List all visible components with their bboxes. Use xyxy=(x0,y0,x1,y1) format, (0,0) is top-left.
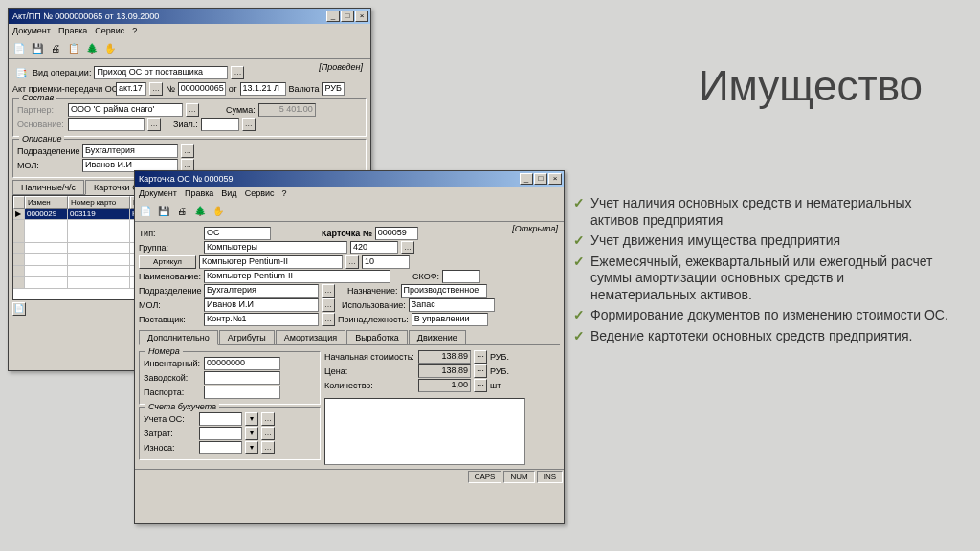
group-code-field[interactable]: 420 xyxy=(350,241,398,254)
supplier-field[interactable]: Контр.№1 xyxy=(204,313,319,326)
ownership-field[interactable]: В управлении xyxy=(412,313,488,326)
window-card: Карточка ОС № 000059 _ □ × ДокументПравк… xyxy=(134,170,565,524)
tab-cash[interactable]: Наличные/ч/с xyxy=(12,180,84,194)
group-numbers: Номера Инвентарный:00000000 Заводской: П… xyxy=(139,351,321,405)
passport-field[interactable] xyxy=(204,386,280,399)
ellipsis-icon[interactable]: … xyxy=(401,241,414,254)
list-item: Ежемесячный, ежеквартальный или ежегодны… xyxy=(573,253,951,304)
acc-wear-field[interactable] xyxy=(199,441,242,454)
hand-icon[interactable]: ✋ xyxy=(210,202,227,219)
close-icon[interactable]: × xyxy=(355,11,368,22)
notes-field[interactable] xyxy=(324,398,525,465)
menubar-act[interactable]: ДокументПравкаСервис? xyxy=(9,24,370,37)
ellipsis-icon[interactable]: … xyxy=(186,103,199,117)
basis-field[interactable] xyxy=(68,118,145,131)
hand-icon[interactable]: ✋ xyxy=(101,39,119,56)
save-icon[interactable]: 💾 xyxy=(29,39,46,56)
save-icon[interactable]: 💾 xyxy=(155,202,172,219)
group-composition: Состав Партнер: ООО 'С райма снаго' … Су… xyxy=(12,98,367,137)
act-number-field[interactable]: 000000065 xyxy=(178,82,226,96)
acc-cost-field[interactable] xyxy=(199,427,242,440)
dropdown-icon[interactable]: ▾ xyxy=(245,412,258,426)
minimize-icon[interactable]: _ xyxy=(326,11,340,22)
print-icon[interactable]: 🖨 xyxy=(47,39,64,56)
act-form-field[interactable]: акт.17 xyxy=(116,82,146,96)
purpose-field[interactable]: Производственное xyxy=(401,284,487,298)
article-field[interactable]: Компьютер Pentium-II xyxy=(199,255,343,269)
ellipsis-icon[interactable]: … xyxy=(147,118,161,131)
maximize-icon[interactable]: □ xyxy=(534,173,547,185)
ellipsis-icon[interactable]: … xyxy=(345,255,359,269)
tab-output[interactable]: Выработка xyxy=(346,330,408,344)
list-item: Формирование документов по изменению сто… xyxy=(573,307,951,324)
type-field[interactable]: ОС xyxy=(204,227,271,240)
titlebar-act[interactable]: Акт/ПП № 0000000065 от 13.09.2000 _ □ × xyxy=(9,9,370,24)
status-caps: CAPS xyxy=(468,471,502,483)
close-icon[interactable]: × xyxy=(548,173,562,185)
acc-os-field[interactable] xyxy=(199,412,242,426)
tab-additional[interactable]: Дополнительно xyxy=(139,330,218,345)
ellipsis-icon[interactable]: … xyxy=(149,82,163,96)
ellipsis-icon[interactable]: … xyxy=(322,298,335,312)
card-number-field[interactable]: 000059 xyxy=(375,227,418,240)
tab-movement[interactable]: Движение xyxy=(409,330,466,344)
status-ins: INS xyxy=(537,471,563,483)
group-field[interactable]: Компьютеры xyxy=(204,241,347,254)
operation-type-field[interactable]: Приход ОС от поставщика xyxy=(94,66,228,79)
add-row-icon[interactable]: 📄 xyxy=(12,302,26,316)
article-qty-field[interactable]: 10 xyxy=(362,255,410,269)
toolbar-act: 📄 💾 🖨 📋 🌲 ✋ xyxy=(9,37,370,59)
ellipsis-icon[interactable]: … xyxy=(261,412,275,426)
print-icon[interactable]: 🖨 xyxy=(173,202,190,219)
dept-field[interactable]: Бухгалтерия xyxy=(204,284,319,298)
currency-field[interactable]: РУБ xyxy=(322,82,345,96)
partner-field[interactable]: ООО 'С райма снаго' xyxy=(68,103,183,117)
tab-attributes[interactable]: Атрибуты xyxy=(219,330,275,344)
status-open: [Открыта] xyxy=(512,224,558,233)
ellipsis-icon[interactable]: … xyxy=(181,144,194,158)
group-accounts: Счета бухучета Учета ОС:▾… Затрат:▾… Изн… xyxy=(139,407,321,460)
tree-icon[interactable]: 🌲 xyxy=(191,202,209,219)
bullet-list: Учет наличия основных средств и нематери… xyxy=(573,191,951,348)
statusbar: CAPS NUM INS xyxy=(135,469,564,484)
titlebar-card[interactable]: Карточка ОС № 000059 _ □ × xyxy=(135,171,564,187)
inventory-field[interactable]: 00000000 xyxy=(204,357,280,370)
initial-cost-field: 138,89 xyxy=(418,350,471,364)
mol2-field[interactable]: Иванов И.И xyxy=(204,298,319,312)
zial-field[interactable] xyxy=(201,118,239,131)
dropdown-icon[interactable]: … xyxy=(231,66,244,79)
list-item: Ведение картотеки основных средств предп… xyxy=(573,328,951,345)
list-item: Учет наличия основных средств и нематери… xyxy=(573,195,951,229)
factory-field[interactable] xyxy=(204,371,280,385)
calc-icon[interactable]: ⋯ xyxy=(474,379,487,392)
tabs-card: Дополнительно Атрибуты Амортизация Выраб… xyxy=(139,330,560,345)
skof-field[interactable] xyxy=(442,270,480,283)
calc-icon[interactable]: ⋯ xyxy=(474,364,487,378)
name-field[interactable]: Компьютер Pentium-II xyxy=(204,270,390,283)
menubar-card[interactable]: ДокументПравкаВидСервис? xyxy=(135,187,564,200)
dropdown-icon[interactable]: ▾ xyxy=(245,427,258,440)
minimize-icon[interactable]: _ xyxy=(520,173,533,185)
maximize-icon[interactable]: □ xyxy=(341,11,354,22)
dropdown-icon[interactable]: ▾ xyxy=(245,441,258,454)
journal-icon[interactable]: 📋 xyxy=(65,39,82,56)
article-button[interactable]: Артикул xyxy=(139,255,196,269)
tab-amortization[interactable]: Амортизация xyxy=(276,330,345,344)
ellipsis-icon[interactable]: … xyxy=(242,118,256,131)
new-icon[interactable]: 📄 xyxy=(11,39,28,56)
quantity-field: 1,00 xyxy=(418,379,471,392)
status-num: NUM xyxy=(503,471,534,483)
ellipsis-icon[interactable]: … xyxy=(261,441,275,454)
calc-icon[interactable]: ⋯ xyxy=(474,350,487,364)
act-date-field[interactable]: 13.1.21 Л xyxy=(240,82,286,96)
new-icon[interactable]: 📄 xyxy=(137,202,154,219)
sum-field: 5 401.00 xyxy=(258,103,316,117)
page-title: Имущество xyxy=(699,62,923,110)
tree-icon[interactable]: 🌲 xyxy=(83,39,100,56)
doc-icon[interactable]: 📑 xyxy=(12,64,30,81)
usage-field[interactable]: Запас xyxy=(409,298,495,312)
department-field[interactable]: Бухгалтерия xyxy=(82,144,178,158)
ellipsis-icon[interactable]: … xyxy=(261,427,275,440)
ellipsis-icon[interactable]: … xyxy=(322,313,335,326)
ellipsis-icon[interactable]: … xyxy=(322,284,335,298)
